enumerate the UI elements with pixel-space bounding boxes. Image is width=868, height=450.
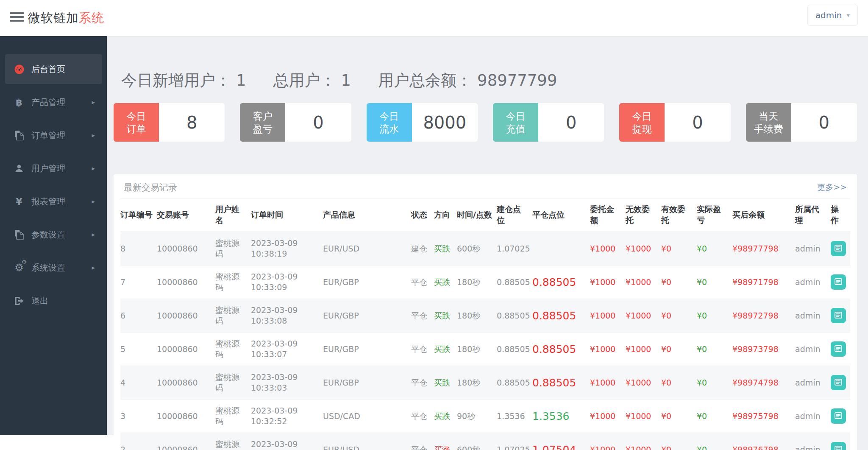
column-header: 产品信息 (323, 198, 411, 232)
cell-name: 蜜桃源码 (215, 333, 251, 366)
cell-profit: ¥0 (697, 299, 732, 333)
order-detail-button[interactable] (831, 408, 846, 424)
cell-no: 3 (120, 400, 157, 433)
column-header: 平仓点位 (532, 198, 590, 232)
cell-valid: ¥0 (661, 366, 697, 400)
stat-item: 用户总余额：98977799 (378, 70, 557, 91)
cell-duration: 600秒 (457, 232, 497, 266)
sidebar-item-user-management[interactable]: 用户管理▸ (5, 154, 102, 183)
cell-action (831, 366, 850, 400)
sidebar-item-parameter-settings[interactable]: 参数设置▸ (5, 220, 102, 249)
cell-status: 平仓 (411, 266, 434, 299)
order-detail-button[interactable] (831, 241, 846, 256)
settings-icon: ⚙⚙ (13, 262, 25, 274)
chevron-right-icon: ▸ (92, 231, 95, 238)
stat-label: 总用户： (273, 71, 336, 89)
table-row: 310000860蜜桃源码2023-03-09 10:32:52USD/CAD平… (120, 400, 850, 433)
stat-card-value: 8 (159, 103, 225, 142)
order-detail-button[interactable] (831, 442, 846, 450)
cell-account: 10000860 (157, 232, 215, 266)
column-header: 实际盈亏 (697, 198, 732, 232)
cell-valid: ¥0 (661, 266, 697, 299)
users-icon (13, 164, 25, 173)
cell-name: 蜜桃源码 (215, 400, 251, 433)
cell-direction: 买跌 (434, 366, 457, 400)
column-header: 时间/点数 (457, 198, 497, 232)
cell-open_point: 0.88505 (497, 333, 532, 366)
sidebar-item-product-management[interactable]: ฿产品管理▸ (5, 87, 102, 117)
sidebar-item-dashboard[interactable]: 后台首页 (5, 54, 102, 84)
cell-invalid: ¥1000 (626, 400, 661, 433)
sidebar-item-logout[interactable]: 退出 (5, 286, 102, 316)
cell-action (831, 266, 850, 299)
sidebar-item-system-settings[interactable]: ⚙⚙系统设置▸ (5, 253, 102, 282)
cell-time: 2023-03-09 10:33:07 (251, 333, 323, 366)
order-detail-button[interactable] (831, 274, 846, 290)
detail-icon (835, 278, 842, 286)
order-detail-button[interactable] (831, 308, 846, 323)
stat-card-value: 0 (285, 103, 351, 142)
cell-balance: ¥98974798 (732, 366, 795, 400)
chevron-right-icon: ▸ (92, 165, 95, 172)
cell-product: EUR/GBP (323, 366, 411, 400)
stat-value: 1 (341, 71, 351, 89)
cell-name: 蜜桃源码 (215, 266, 251, 299)
cell-name: 蜜桃源码 (215, 299, 251, 333)
cell-agent: admin (795, 266, 831, 299)
cell-time: 2023-03-09 10:32:52 (251, 400, 323, 433)
cell-account: 10000860 (157, 299, 215, 333)
cell-product: EUR/GBP (323, 333, 411, 366)
cell-account: 10000860 (157, 433, 215, 450)
chevron-right-icon: ▸ (92, 98, 95, 106)
column-header: 建仓点位 (497, 198, 532, 232)
sidebar-item-order-management[interactable]: 订单管理▸ (5, 120, 102, 150)
cell-invalid: ¥1000 (626, 433, 661, 450)
sidebar-item-report-management[interactable]: ¥报表管理▸ (5, 187, 102, 216)
cell-direction: 买跌 (434, 232, 457, 266)
cell-product: EUR/USD (323, 433, 411, 450)
cell-profit: ¥0 (697, 400, 732, 433)
cell-direction: 买跌 (434, 333, 457, 366)
cell-profit: ¥0 (697, 266, 732, 299)
hamburger-menu-icon[interactable] (10, 12, 24, 24)
column-header: 订单时间 (251, 198, 323, 232)
table-row: 210000860蜜桃源码2023-03-09 10:32:40EUR/USD平… (120, 433, 850, 450)
order-detail-button[interactable] (831, 375, 846, 390)
bottom-strip (0, 435, 114, 450)
cell-product: EUR/GBP (323, 266, 411, 299)
product-icon: ฿ (13, 97, 25, 108)
cell-product: EUR/USD (323, 232, 411, 266)
sidebar-item-label: 退出 (31, 295, 48, 307)
cell-direction: 买跌 (434, 299, 457, 333)
stat-card: 今日订单8 (114, 103, 225, 142)
cell-open_point: 1.07025 (497, 232, 532, 266)
cell-status: 平仓 (411, 366, 434, 400)
chevron-right-icon: ▸ (92, 198, 95, 205)
more-link[interactable]: 更多>> (817, 182, 847, 193)
stat-value: 98977799 (477, 71, 557, 89)
cell-duration: 90秒 (457, 400, 497, 433)
cell-action (831, 433, 850, 450)
user-dropdown[interactable]: admin ▾ (807, 5, 858, 26)
column-header: 委托金额 (590, 198, 626, 232)
column-header: 所属代理 (795, 198, 831, 232)
stat-card: 今日提现0 (619, 103, 730, 142)
cell-balance: ¥98971798 (732, 266, 795, 299)
chevron-right-icon: ▸ (92, 264, 95, 271)
cell-agent: admin (795, 299, 831, 333)
cell-amount: ¥1000 (590, 366, 626, 400)
cell-close_point (532, 232, 590, 266)
stat-item: 今日新增用户：1 (121, 70, 246, 91)
cell-status: 建仓 (411, 232, 434, 266)
detail-icon (835, 345, 842, 353)
cell-account: 10000860 (157, 266, 215, 299)
cell-amount: ¥1000 (590, 433, 626, 450)
detail-icon (835, 379, 842, 387)
cell-account: 10000860 (157, 333, 215, 366)
cell-amount: ¥1000 (590, 266, 626, 299)
cell-balance: ¥98975798 (732, 400, 795, 433)
app-title-red: 系统 (79, 11, 104, 25)
cell-time: 2023-03-09 10:33:08 (251, 299, 323, 333)
cell-amount: ¥1000 (590, 333, 626, 366)
order-detail-button[interactable] (831, 341, 846, 357)
